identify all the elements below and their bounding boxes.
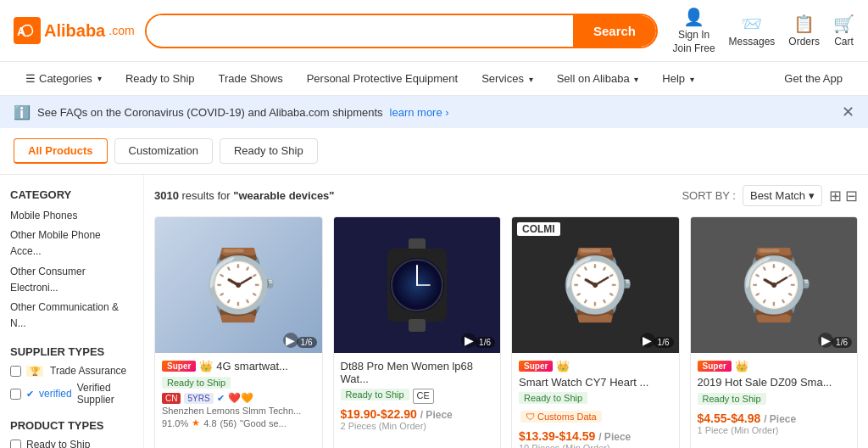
trade-assurance-checkbox[interactable]: 🏆 Trade Assurance [10, 365, 133, 377]
sidebar-mobile-phone-acce[interactable]: Other Mobile Phone Acce... [10, 227, 133, 260]
sort-label: SORT BY : [682, 189, 736, 202]
get-app-link[interactable]: Get the App [772, 62, 854, 95]
price-3: $13.39-$14.59 / Piece [519, 429, 672, 443]
help-arrow: ▾ [690, 75, 694, 84]
stars-1: ★ [192, 417, 200, 428]
products-header: 3010 results for "wearable devices" SORT… [154, 175, 858, 216]
tab-customization[interactable]: Customization [114, 138, 213, 164]
crown-icon-3: 👑 [556, 360, 570, 372]
hamburger-icon: ☰ [25, 72, 36, 85]
product-card-4[interactable]: ⌚ 1/6 ▶ Super 👑 2019 Hot Sale DZ09 Sma..… [690, 216, 859, 448]
ready-to-ship-input[interactable] [10, 440, 21, 448]
verified-icon-1: ✔ [217, 393, 225, 404]
customs-icon: 🛡 [526, 412, 535, 422]
categories-label: Categories [39, 72, 92, 85]
play-icon-1: ▶ [283, 333, 298, 348]
product-info-2: Dt88 Pro Men Women lp68 Wat... Ready to … [334, 353, 501, 438]
badges-row-2: Ready to Ship CE [341, 389, 494, 404]
messages-label: Messages [729, 36, 776, 48]
supplier-types-section: Supplier Types 🏆 Trade Assurance ✔ verif… [10, 345, 133, 406]
learn-more-link[interactable]: learn more › [390, 106, 449, 119]
alibaba-logo-icon: A [14, 17, 41, 44]
product-card-2[interactable]: 1/6 ▶ Dt88 Pro Men Women lp68 Wat... Rea… [333, 216, 502, 448]
main-nav: ☰ Categories ▾ Ready to Ship Trade Shows… [0, 62, 868, 96]
trade-assurance-input[interactable] [10, 366, 21, 377]
verified-supplier-input[interactable] [10, 389, 21, 400]
tab-all-products[interactable]: All Products [14, 138, 108, 164]
reviews-1: (56) [220, 418, 237, 428]
nav-trade-shows[interactable]: Trade Shows [207, 62, 295, 95]
product-card-1[interactable]: ⌚ 1/6 ▶ Super 👑 4G smartwat... Ready to … [154, 216, 323, 448]
cart-label: Cart [834, 36, 854, 48]
customs-badge-3: 🛡 Customs Data [520, 411, 602, 423]
verified-supplier-checkbox[interactable]: ✔ verified Verified Supplier [10, 382, 133, 406]
super-badge-1: Super [162, 361, 196, 372]
services-arrow: ▾ [529, 75, 533, 84]
join-free-label: Join Free [673, 42, 715, 54]
logo-text: Alibaba [44, 21, 105, 41]
sidebar-category-section: CATEGORY Mobile Phones Other Mobile Phon… [10, 188, 133, 332]
nav-ppe[interactable]: Personal Protective Equipment [295, 62, 470, 95]
badges-row-3: Ready to Ship 🛡 Customs Data [519, 392, 672, 426]
nav-services[interactable]: Services ▾ [470, 62, 544, 95]
play-icon-2: ▶ [461, 333, 476, 348]
watch-image-3: ⌚ [512, 217, 679, 353]
price-2: $19.90-$22.90 / Piece [341, 407, 494, 421]
image-counter-1: 1/6 [297, 337, 317, 348]
crown-icon-4: 👑 [735, 360, 748, 372]
close-banner-button[interactable]: ✕ [842, 103, 854, 121]
min-order-2: 2 Pieces (Min Order) [341, 421, 494, 431]
ce-badge-2: CE [413, 389, 434, 404]
covid-text: See FAQs on the Coronavirus (COVID-19) a… [37, 106, 383, 119]
product-title-4: 2019 Hot Sale DZ09 Sma... [698, 376, 832, 389]
product-card-3[interactable]: ⌚ COLMI 1/6 ▶ Super 👑 Smart Watch CY7 He… [511, 216, 680, 448]
product-types-title: Product Types [10, 419, 133, 432]
sidebar-consumer-electronics[interactable]: Other Consumer Electroni... [10, 264, 133, 296]
results-query: "wearable devices" [233, 189, 334, 202]
logo-com: .com [108, 24, 134, 37]
cart-icon: 🛒 [833, 14, 854, 34]
ready-to-ship-checkbox[interactable]: Ready to Ship [10, 439, 133, 448]
nav-sell[interactable]: Sell on Alibaba ▾ [545, 62, 651, 95]
main-content: CATEGORY Mobile Phones Other Mobile Phon… [0, 175, 868, 448]
product-title-1: 4G smartwat... [216, 360, 288, 372]
play-icon-3: ▶ [640, 333, 655, 348]
grid-view-icon[interactable]: ⊞ [829, 187, 842, 205]
results-count: 3010 [154, 189, 179, 202]
search-input[interactable] [147, 15, 573, 46]
product-info-4: Super 👑 2019 Hot Sale DZ09 Sma... Ready … [691, 353, 858, 442]
cart-action[interactable]: 🛒 Cart [833, 14, 854, 48]
sidebar-communication[interactable]: Other Communication & N... [10, 300, 133, 332]
logo[interactable]: A Alibaba .com [14, 17, 135, 44]
verified-check-icon: ✔ [26, 389, 34, 400]
sign-in-action[interactable]: 👤 Sign In Join Free [673, 7, 715, 54]
sidebar: CATEGORY Mobile Phones Other Mobile Phon… [0, 175, 144, 448]
watch-image-1: ⌚ [155, 217, 322, 353]
rts-badge-4: Ready to Ship [698, 393, 766, 405]
sidebar-mobile-phones[interactable]: Mobile Phones [10, 208, 133, 224]
nav-categories[interactable]: ☰ Categories ▾ [14, 62, 114, 95]
image-counter-4: 1/6 [832, 337, 852, 348]
nav-help[interactable]: Help ▾ [650, 62, 705, 95]
orders-action[interactable]: 📋 Orders [788, 14, 820, 48]
product-title-2: Dt88 Pro Men Women lp68 Wat... [341, 360, 494, 385]
sort-select[interactable]: Best Match ▾ [743, 185, 822, 206]
messages-action[interactable]: 📨 Messages [729, 14, 776, 48]
price-4: $4.55-$4.98 / Piece [698, 412, 851, 425]
nav-ready-to-ship[interactable]: Ready to Ship [114, 62, 207, 95]
sort-value: Best Match [750, 189, 805, 202]
search-bar: Search [145, 14, 658, 48]
rating-value-1: 4.8 [203, 418, 216, 428]
sell-arrow: ▾ [634, 75, 638, 84]
quote-1: "Good se... [240, 418, 287, 428]
watch-svg-2 [379, 238, 455, 332]
tab-ready-to-ship[interactable]: Ready to Ship [220, 138, 318, 164]
list-view-icon[interactable]: ⊟ [845, 187, 858, 205]
cn-flag-1: CN [162, 393, 181, 404]
min-order-3: 10 Pieces (Min Order) [519, 443, 672, 448]
rts-badge-2: Ready to Ship [341, 389, 409, 400]
categories-arrow: ▾ [97, 74, 102, 83]
search-button[interactable]: Search [573, 15, 656, 47]
product-types-section: Product Types Ready to Ship Paid samples… [10, 419, 133, 448]
header-actions: 👤 Sign In Join Free 📨 Messages 📋 Orders … [668, 7, 854, 54]
